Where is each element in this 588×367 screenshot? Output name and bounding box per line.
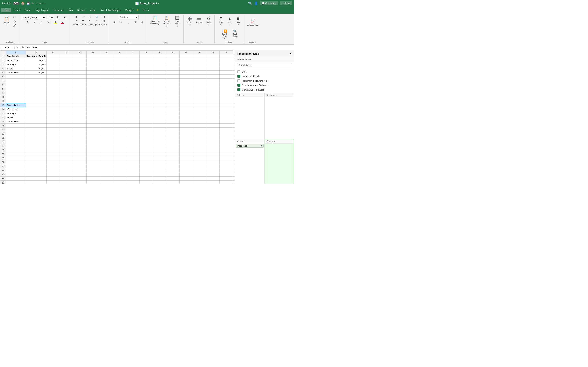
cell[interactable] — [86, 54, 100, 58]
cell[interactable] — [113, 164, 126, 168]
cell[interactable] — [60, 173, 73, 176]
cell[interactable] — [206, 168, 219, 173]
col-header-J[interactable]: J — [140, 50, 153, 54]
cell[interactable] — [153, 176, 166, 181]
cell[interactable] — [233, 67, 235, 71]
cell[interactable] — [113, 99, 126, 103]
cell[interactable] — [6, 148, 26, 152]
font-size-select[interactable]: 12 — [47, 15, 54, 19]
font-color-button[interactable]: A — [59, 21, 66, 24]
cell[interactable] — [6, 156, 26, 160]
indent-decrease-button[interactable]: |← — [94, 19, 100, 22]
cell[interactable] — [126, 103, 140, 107]
cell[interactable] — [26, 152, 47, 156]
row-header-15[interactable]: 15 — [0, 111, 6, 115]
row-header-28[interactable]: 28 — [0, 164, 6, 168]
cell[interactable] — [60, 140, 73, 144]
cell[interactable] — [26, 148, 47, 152]
menu-review[interactable]: Review — [75, 8, 87, 12]
cell[interactable] — [219, 54, 233, 58]
cell[interactable] — [46, 111, 60, 115]
cell[interactable] — [86, 119, 100, 124]
share-button[interactable]: ↗ Share — [280, 1, 292, 5]
cell[interactable] — [73, 152, 86, 156]
cell[interactable] — [73, 156, 86, 160]
cell[interactable]: 26,473 — [26, 62, 47, 67]
cell[interactable] — [60, 87, 73, 91]
cell[interactable] — [166, 54, 180, 58]
cell[interactable] — [140, 99, 153, 103]
cell[interactable] — [206, 79, 219, 83]
cell[interactable] — [166, 160, 180, 164]
cell[interactable] — [46, 144, 60, 148]
cell[interactable] — [166, 115, 180, 119]
cell[interactable] — [73, 103, 86, 107]
col-header-B[interactable]: B — [26, 50, 47, 54]
cell[interactable] — [86, 164, 100, 168]
cell[interactable] — [6, 136, 26, 140]
grid-container[interactable]: A B C D E F G H I J K L M N O — [0, 50, 235, 184]
cell[interactable] — [206, 119, 219, 124]
cell[interactable] — [206, 156, 219, 160]
cell[interactable] — [100, 136, 113, 140]
cell[interactable] — [219, 176, 233, 181]
row-header-21[interactable]: 21 — [0, 136, 6, 140]
cell[interactable] — [86, 181, 100, 184]
cell[interactable] — [140, 83, 153, 87]
cell[interactable] — [60, 83, 73, 87]
cell[interactable] — [166, 181, 180, 184]
cell[interactable]: 27,247 — [26, 58, 47, 62]
cell[interactable] — [113, 58, 126, 62]
cell[interactable] — [193, 103, 206, 107]
cell[interactable] — [193, 181, 206, 184]
cell[interactable] — [166, 176, 180, 181]
sum-button[interactable]: Σ Sum ▾ — [217, 15, 225, 27]
cell[interactable] — [86, 71, 100, 75]
cell[interactable] — [86, 115, 100, 119]
cell[interactable] — [86, 124, 100, 128]
cell[interactable] — [126, 67, 140, 71]
cell[interactable] — [166, 164, 180, 168]
menu-tell-me[interactable]: Tell me — [140, 8, 152, 12]
cell[interactable] — [153, 124, 166, 128]
cell[interactable] — [6, 83, 26, 87]
cell[interactable] — [219, 173, 233, 176]
cell[interactable] — [166, 99, 180, 103]
cell[interactable] — [100, 91, 113, 95]
underline-button[interactable]: U — [38, 21, 45, 24]
cell[interactable] — [126, 95, 140, 99]
cell[interactable] — [100, 58, 113, 62]
cell[interactable] — [219, 71, 233, 75]
indent-increase-button[interactable]: →| — [100, 15, 107, 18]
cell[interactable]: Grand Total — [6, 119, 26, 124]
cell[interactable] — [73, 144, 86, 148]
cell[interactable] — [100, 95, 113, 99]
paste-button[interactable]: 📋 Paste ▾ — [2, 15, 11, 27]
cell[interactable] — [219, 168, 233, 173]
cell[interactable] — [73, 181, 86, 184]
cell[interactable] — [100, 168, 113, 173]
cell[interactable] — [206, 99, 219, 103]
cell[interactable] — [86, 58, 100, 62]
cell[interactable] — [193, 152, 206, 156]
cell[interactable] — [166, 168, 180, 173]
cell[interactable] — [46, 71, 60, 75]
cell[interactable] — [206, 103, 219, 107]
cell[interactable] — [126, 71, 140, 75]
cell[interactable] — [113, 152, 126, 156]
cell[interactable] — [180, 83, 193, 87]
cell[interactable] — [73, 132, 86, 136]
cell[interactable] — [206, 115, 219, 119]
cell[interactable] — [166, 128, 180, 132]
values-area[interactable]: Σ Values — [265, 139, 294, 184]
cell[interactable] — [180, 132, 193, 136]
cell[interactable] — [233, 148, 235, 152]
cell[interactable] — [219, 160, 233, 164]
cell[interactable] — [206, 58, 219, 62]
cell[interactable] — [113, 91, 126, 95]
cell[interactable] — [180, 115, 193, 119]
cell[interactable] — [140, 124, 153, 128]
cell[interactable] — [193, 107, 206, 111]
cell[interactable] — [113, 95, 126, 99]
font-family-select[interactable]: Calibri (Body) — [21, 15, 46, 19]
